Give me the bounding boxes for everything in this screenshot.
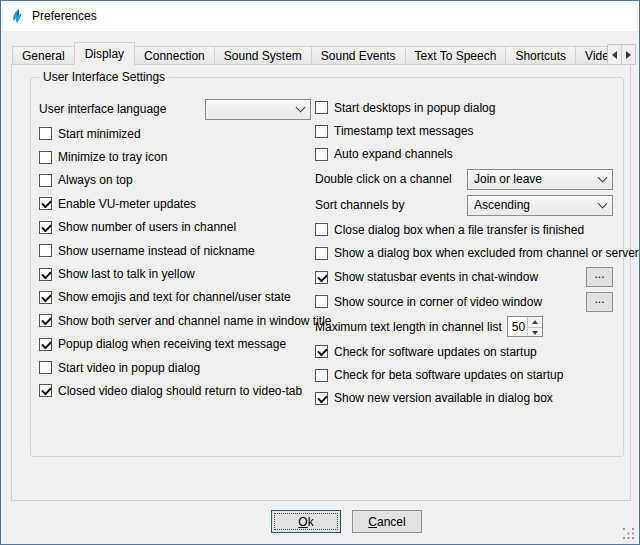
option-statusbar-events[interactable]: Show statusbar events in chat-window ... [315,265,613,290]
statusbar-events-browse-button[interactable]: ... [586,267,613,287]
ok-button[interactable]: Ok [271,510,341,533]
checkbox[interactable] [39,268,52,281]
chevron-down-icon [598,172,608,182]
checkbox-label: Show username instead of nickname [58,244,255,258]
double-click-row: Double click on a channel Join or leave [315,166,613,192]
language-row: User interface language [39,96,311,122]
checkbox[interactable] [39,314,52,327]
checkbox[interactable] [39,221,52,234]
checkbox[interactable] [315,345,328,358]
option-desktops-popup[interactable]: Start desktops in popup dialog [315,96,613,119]
tab-display[interactable]: Display [74,42,135,65]
checkbox[interactable] [39,151,52,164]
option-check-updates[interactable]: Check for software updates on startup [315,340,613,363]
checkbox[interactable] [315,223,328,236]
checkbox-label: Auto expand channels [334,147,453,161]
spin-up-icon[interactable] [527,317,542,327]
option-close-filetransfer-dialog[interactable]: Close dialog box when a file transfer is… [315,218,613,241]
max-text-length-spinner[interactable]: 50 [507,316,543,337]
tab-label: Sound System [224,49,302,63]
tab-connection[interactable]: Connection [134,46,215,65]
double-click-select[interactable]: Join or leave [467,169,613,190]
checkbox[interactable] [315,271,328,284]
field-label: Double click on a channel [315,172,452,186]
tab-label: Connection [144,49,205,63]
tab-label: Display [85,47,124,61]
checkbox[interactable] [315,247,328,260]
option-closed-video-return[interactable]: Closed video dialog should return to vid… [39,379,311,402]
option-video-source-corner[interactable]: Show source in corner of video window ..… [315,289,613,314]
checkbox[interactable] [39,174,52,187]
app-icon [9,8,25,24]
checkbox-label: Timestamp text messages [334,124,474,138]
checkbox[interactable] [315,392,328,405]
checkbox-label: Check for software updates on startup [334,345,537,359]
chevron-down-icon [598,198,608,208]
checkbox[interactable] [315,295,328,308]
checkbox-label: Always on top [58,173,133,187]
option-auto-expand-channels[interactable]: Auto expand channels [315,143,613,166]
checkbox-label: Enable VU-meter updates [58,197,196,211]
option-show-username[interactable]: Show username instead of nickname [39,239,311,262]
checkbox-label: Popup dialog when receiving text message [58,337,286,351]
checkbox-label: Show statusbar events in chat-window [334,270,538,284]
option-video-popup[interactable]: Start video in popup dialog [39,356,311,379]
checkbox[interactable] [39,244,52,257]
language-select[interactable] [205,99,311,120]
field-label: Sort channels by [315,198,404,212]
option-start-minimized[interactable]: Start minimized [39,122,311,145]
tab-text-to-speech[interactable]: Text To Speech [405,46,507,65]
checkbox[interactable] [39,338,52,351]
checkbox[interactable] [315,125,328,138]
checkbox-label: Minimize to tray icon [58,150,167,164]
tab-general[interactable]: General [12,46,75,65]
checkbox[interactable] [315,148,328,161]
tab-sound-system[interactable]: Sound System [214,46,312,65]
video-source-browse-button[interactable]: ... [586,292,613,312]
option-timestamp-messages[interactable]: Timestamp text messages [315,119,613,142]
checkbox-label: Close dialog box when a file transfer is… [334,223,584,237]
tab-bar: General Display Connection Sound System … [12,42,612,65]
tab-label: Sound Events [321,49,396,63]
tab-label: Shortcuts [515,49,566,63]
tab-scroll-right-icon[interactable] [621,44,636,65]
checkbox-label: Start desktops in popup dialog [334,101,495,115]
option-minimize-to-tray[interactable]: Minimize to tray icon [39,145,311,168]
sort-channels-select[interactable]: Ascending [467,195,613,216]
cancel-button[interactable]: Cancel [352,510,422,533]
tab-scroll-buttons [608,44,636,65]
spin-down-icon[interactable] [527,327,542,337]
tab-scroll-left-icon[interactable] [607,44,622,65]
cancel-label: ancel [377,515,406,529]
checkbox-label: Show both server and channel name in win… [58,314,332,328]
checkbox-label: Show number of users in channel [58,220,236,234]
checkbox-label: Start minimized [58,127,141,141]
ok-mnemonic: O [298,515,307,529]
option-show-new-version[interactable]: Show new version available in dialog box [315,387,613,410]
language-label: User interface language [39,102,166,116]
checkbox[interactable] [39,127,52,140]
spin-value: 50 [508,317,527,336]
checkbox[interactable] [39,361,52,374]
checkbox-label: Check for beta software updates on start… [334,368,563,382]
option-show-emojis[interactable]: Show emojis and text for channel/user st… [39,286,311,309]
option-vu-meter[interactable]: Enable VU-meter updates [39,192,311,215]
tab-sound-events[interactable]: Sound Events [311,46,406,65]
option-excluded-dialog[interactable]: Show a dialog box when excluded from cha… [315,242,613,265]
checkbox[interactable] [39,197,52,210]
resize-grip[interactable] [623,528,635,540]
option-last-talk-yellow[interactable]: Show last to talk in yellow [39,262,311,285]
checkbox[interactable] [39,384,52,397]
checkbox-label: Show emojis and text for channel/user st… [58,290,291,304]
checkbox[interactable] [39,291,52,304]
option-popup-text-message[interactable]: Popup dialog when receiving text message [39,333,311,356]
tab-shortcuts[interactable]: Shortcuts [505,46,576,65]
cancel-mnemonic: C [368,515,377,529]
titlebar[interactable]: Preferences [1,1,639,31]
option-server-channel-title[interactable]: Show both server and channel name in win… [39,309,311,332]
checkbox[interactable] [315,369,328,382]
option-show-user-count[interactable]: Show number of users in channel [39,216,311,239]
option-always-on-top[interactable]: Always on top [39,169,311,192]
checkbox[interactable] [315,101,328,114]
option-check-beta-updates[interactable]: Check for beta software updates on start… [315,363,613,386]
